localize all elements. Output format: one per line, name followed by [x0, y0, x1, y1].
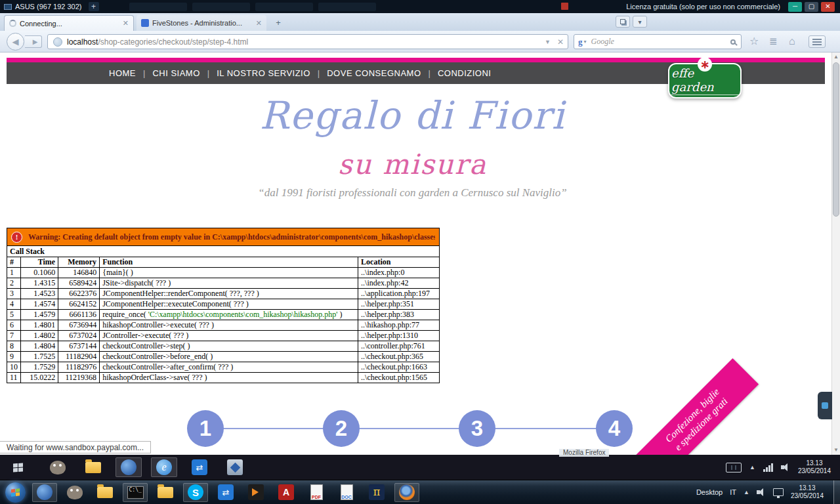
network-signal-icon[interactable] — [763, 463, 773, 472]
call-stack-col-location: Location — [358, 257, 440, 268]
show-desktop-button[interactable] — [833, 480, 840, 504]
tab-fivestones[interactable]: FiveStones - Administratio... ✕ — [136, 15, 266, 31]
touch-keyboard-icon[interactable] — [726, 463, 742, 472]
tab-groups-icon — [620, 19, 625, 24]
remote-start-button[interactable] — [0, 455, 35, 480]
list-all-tabs-button[interactable]: ▾ — [633, 16, 647, 28]
new-tab-button[interactable]: + — [270, 17, 286, 28]
vertical-scrollbar[interactable]: ▲ ▼ — [831, 52, 840, 455]
remote-taskbar: e ⇄ ▲ 13.13 23/05/2014 — [0, 455, 840, 480]
checkout-step-3[interactable]: 3 — [459, 410, 495, 447]
checkout-step-2[interactable]: 2 — [323, 410, 360, 447]
url-bar[interactable]: localhost /shop-categories/checkout/step… — [47, 34, 568, 49]
taskbar-teamviewer-icon[interactable]: ⇄ — [186, 457, 213, 477]
volume-icon[interactable] — [757, 488, 766, 497]
show-hidden-icons[interactable]: ▲ — [744, 489, 749, 495]
local-clock[interactable]: 13.13 23/05/2014 — [791, 484, 824, 500]
taskbar-skype-icon[interactable]: S — [183, 483, 208, 502]
tagline: “dal 1991 fioristi professionali con gar… — [0, 186, 825, 200]
search-bar[interactable]: g ▾ — [574, 34, 742, 49]
call-stack-row: 10.1060146840{main}( )..\index.php:0 — [7, 268, 440, 278]
checkout-step-4[interactable]: 4 — [596, 410, 633, 447]
maximize-button[interactable]: ▢ — [805, 2, 818, 12]
cell-time: 1.4315 — [21, 278, 58, 289]
cell-memory: 6737024 — [58, 331, 100, 341]
search-engine-dropdown-icon[interactable]: ▾ — [584, 39, 587, 45]
minimize-button[interactable]: ─ — [788, 2, 802, 12]
cell-function: JComponentHelper::executeComponent( ??? … — [100, 299, 358, 310]
cell-location: ..\helper.php:1310 — [358, 331, 440, 341]
start-orb[interactable] — [5, 482, 26, 503]
taskbar-pdf-document-icon[interactable]: PDF — [304, 483, 329, 502]
site-nav-item-il-nostro-servizio[interactable]: IL NOSTRO SERVIZIO — [217, 68, 310, 78]
new-session-tab-button[interactable]: + — [89, 2, 99, 11]
call-stack-row: 91.752511182904checkoutController->befor… — [7, 352, 440, 362]
tab-close-icon[interactable]: ✕ — [123, 19, 129, 28]
call-stack-row: 81.48046737144checkoutController->step( … — [7, 341, 440, 352]
taskbar-teamviewer-icon[interactable]: ⇄ — [213, 483, 238, 502]
search-input[interactable] — [590, 36, 730, 47]
tab-close-icon[interactable]: ✕ — [256, 19, 262, 28]
taskbar-folder-icon[interactable] — [153, 483, 178, 502]
call-stack-row: 41.45746624152JComponentHelper::executeC… — [7, 299, 440, 310]
remote-clock[interactable]: 13.13 23/05/2014 — [798, 459, 831, 475]
cell-time: 1.4574 — [21, 299, 58, 310]
loading-spinner-icon — [9, 20, 16, 27]
scroll-down-icon[interactable]: ▼ — [832, 446, 840, 455]
taskbar-virtualbox-icon[interactable] — [222, 457, 248, 477]
cell-time: 1.4579 — [21, 310, 58, 320]
taskbar-firefox-icon[interactable] — [394, 483, 419, 502]
taskbar-explorer-icon[interactable] — [80, 457, 106, 477]
menu-button[interactable] — [808, 35, 826, 48]
volume-icon[interactable] — [781, 463, 790, 472]
search-magnifier-icon[interactable] — [730, 39, 736, 45]
urlbar-dropdown-icon[interactable]: ▼ — [545, 39, 551, 45]
page-title: Regalo di Fiori — [0, 93, 825, 138]
desktop-toolbar-label[interactable]: Desktop — [696, 488, 723, 496]
scrollbar-thumb[interactable] — [833, 62, 839, 217]
home-icon[interactable]: ⌂ — [789, 35, 795, 47]
teamviewer-license-notice: Licenza gratuita (solo per uso non comme… — [626, 3, 780, 10]
taskbar-blue-globe-app-icon[interactable] — [32, 483, 57, 502]
cell-num: 7 — [7, 331, 21, 341]
taskbar-pi-app-icon[interactable]: π — [364, 483, 389, 502]
stop-loading-icon[interactable]: ✕ — [557, 37, 564, 47]
taskbar-command-prompt-icon[interactable]: C:\_ — [123, 483, 148, 502]
checkout-step-1[interactable]: 1 — [187, 410, 224, 447]
bookmarks-list-icon[interactable]: ≣ — [769, 35, 778, 47]
teamviewer-titlebar: ASUS (967 192 302) + Licenza gratuita (s… — [0, 0, 840, 13]
nav-separator: | — [207, 68, 209, 78]
notification-flag-icon[interactable] — [561, 3, 568, 10]
site-nav-item-chi-siamo[interactable]: CHI SIAMO — [152, 68, 200, 78]
cell-location: ..\index.php:42 — [358, 278, 440, 289]
taskbar-adobe-reader-icon[interactable]: A — [274, 483, 299, 502]
call-stack-table: #TimeMemoryFunctionLocation 10.106014684… — [7, 257, 440, 383]
scroll-up-icon[interactable]: ▲ — [832, 52, 840, 62]
cell-function: JController->execute( ??? ) — [100, 331, 358, 341]
bookmark-star-icon[interactable]: ☆ — [749, 35, 759, 47]
site-nav-item-condizioni[interactable]: CONDIZIONI — [438, 68, 492, 78]
site-nav-item-home[interactable]: HOME — [109, 68, 136, 78]
taskbar-folder-icon[interactable] — [93, 483, 117, 502]
call-stack-row: 101.752911182976checkoutController->afte… — [7, 362, 440, 373]
taskbar-document-icon[interactable]: DOC — [334, 483, 359, 502]
teamviewer-panel-handle[interactable] — [818, 392, 832, 419]
taskbar-gimp-icon[interactable] — [45, 457, 71, 477]
taskbar-firefox-icon[interactable] — [116, 457, 142, 477]
close-button[interactable]: ✕ — [821, 2, 835, 12]
taskbar-gimp-icon[interactable] — [62, 483, 87, 502]
back-button[interactable]: ◀ — [7, 33, 24, 51]
site-nav-item-dove-consegnamo[interactable]: DOVE CONSEGNAMO — [327, 68, 421, 78]
search-engine-icon[interactable]: g — [578, 37, 583, 47]
forward-button[interactable]: ▶ — [25, 35, 42, 48]
cell-location: ..\index.php:0 — [358, 268, 440, 278]
taskbar-internet-explorer-icon[interactable]: e — [151, 457, 177, 477]
show-hidden-icons[interactable]: ▲ — [749, 464, 755, 471]
checkout-steps-connector — [205, 428, 614, 429]
tab-connecting[interactable]: Connecting... ✕ — [4, 15, 134, 31]
taskbar-media-player-icon[interactable] — [243, 483, 268, 502]
tab-groups-button[interactable] — [616, 16, 630, 28]
cell-time: 1.7525 — [21, 352, 58, 362]
language-indicator[interactable]: IT — [730, 488, 736, 496]
network-icon[interactable] — [773, 488, 784, 496]
